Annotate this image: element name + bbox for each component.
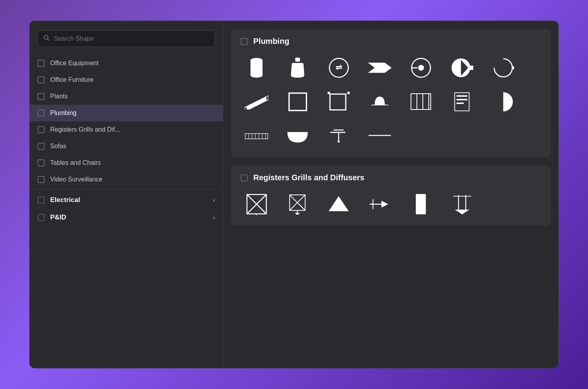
- sidebar-label-pid: P&ID: [50, 213, 66, 221]
- plumbing-row-2: [241, 88, 541, 115]
- app-window: Office Equipment Office Furniture Plants…: [29, 21, 559, 368]
- svg-rect-27: [456, 95, 467, 96]
- sidebar-item-tables-chairs[interactable]: Tables and Chairs: [30, 155, 223, 171]
- sidebar-label-video-surveillance: Video Surveillance: [50, 176, 102, 183]
- plumbing-shape-circle-dot[interactable]: [405, 54, 437, 81]
- sidebar-label-office-furniture: Office Furniture: [50, 76, 94, 83]
- registers-title: Registers Grills and Diffusers: [253, 173, 364, 182]
- plumbing-shape-partial-2[interactable]: [487, 88, 519, 115]
- plumbing-shape-radiator[interactable]: [405, 88, 437, 115]
- svg-text:⇌: ⇌: [335, 63, 342, 72]
- checkbox-registers-grills[interactable]: [38, 126, 45, 133]
- register-shape-x-box[interactable]: [241, 190, 272, 218]
- plumbing-shape-square-detail[interactable]: [323, 88, 354, 115]
- sidebar-divider-1: [30, 189, 223, 190]
- plumbing-shape-angled-rect[interactable]: [241, 88, 272, 115]
- checkbox-office-equipment[interactable]: [38, 60, 45, 67]
- search-input[interactable]: [54, 35, 209, 42]
- sidebar-item-registers-grills[interactable]: Registers Grills and Dif...: [30, 121, 223, 138]
- plumbing-row-1: ⇌: [241, 54, 541, 81]
- checkbox-video-surveillance[interactable]: [38, 176, 45, 183]
- checkbox-plumbing-header[interactable]: [241, 38, 248, 45]
- svg-marker-56: [381, 200, 388, 207]
- sidebar-label-tables-chairs: Tables and Chairs: [50, 159, 101, 166]
- svg-point-41: [337, 140, 339, 142]
- svg-marker-16: [247, 97, 266, 110]
- svg-marker-8: [368, 62, 392, 73]
- registers-header: Registers Grills and Diffusers: [241, 173, 541, 182]
- plumbing-shape-dome[interactable]: [364, 88, 396, 115]
- sidebar-label-plumbing: Plumbing: [50, 110, 77, 117]
- content-area: Plumbing: [223, 21, 558, 368]
- plumbing-title: Plumbing: [253, 37, 289, 46]
- plumbing-shape-pump[interactable]: [446, 54, 478, 81]
- checkbox-plumbing[interactable]: [38, 110, 45, 117]
- plumbing-shape-line[interactable]: [364, 122, 396, 149]
- register-shape-arrow-down-lines[interactable]: [446, 190, 478, 218]
- svg-point-4: [251, 73, 262, 77]
- svg-point-10: [418, 65, 424, 71]
- registers-shapes: [241, 190, 541, 218]
- checkbox-pid[interactable]: [38, 214, 45, 221]
- svg-rect-5: [295, 57, 300, 61]
- plumbing-shape-partial[interactable]: [487, 54, 519, 81]
- sidebar-label-registers-grills: Registers Grills and Dif...: [50, 126, 120, 133]
- plumbing-shape-arrow[interactable]: [364, 54, 396, 81]
- plumbing-shape-square[interactable]: [282, 88, 313, 115]
- chevron-right-icon-electrical: ›: [213, 197, 215, 203]
- svg-rect-22: [411, 94, 431, 110]
- checkbox-office-furniture[interactable]: [38, 76, 45, 83]
- plumbing-shapes: ⇌: [241, 54, 541, 149]
- plumbing-row-3: [241, 122, 541, 149]
- svg-rect-14: [512, 66, 514, 69]
- svg-rect-13: [470, 65, 473, 70]
- sidebar-item-pid[interactable]: P&ID ›: [30, 209, 223, 226]
- search-box[interactable]: [38, 30, 215, 47]
- checkbox-tables-chairs[interactable]: [38, 159, 45, 166]
- sidebar-label-plants: Plants: [50, 93, 68, 100]
- svg-marker-52: [295, 213, 300, 215]
- svg-line-1: [48, 39, 49, 41]
- plumbing-shape-panel[interactable]: [446, 88, 478, 115]
- svg-marker-53: [328, 196, 349, 212]
- sidebar-label-sofas: Sofas: [50, 143, 66, 150]
- sidebar-label-office-equipment: Office Equipment: [50, 60, 98, 67]
- svg-rect-28: [456, 99, 467, 100]
- sidebar-list: Office Equipment Office Furniture Plants…: [30, 53, 223, 368]
- register-shape-rect-tall[interactable]: [405, 190, 437, 218]
- plumbing-card: Plumbing: [231, 29, 550, 157]
- search-icon: [43, 35, 50, 43]
- svg-rect-18: [330, 94, 346, 110]
- sidebar-item-office-furniture[interactable]: Office Furniture: [30, 72, 223, 88]
- sidebar-item-plumbing[interactable]: Plumbing: [30, 105, 223, 121]
- plumbing-shape-faucet[interactable]: [323, 122, 354, 149]
- registers-card: Registers Grills and Diffusers: [231, 165, 550, 226]
- register-shape-trapezoid[interactable]: [323, 190, 354, 218]
- sidebar-item-plants[interactable]: Plants: [30, 88, 223, 105]
- chevron-right-icon-pid: ›: [213, 214, 215, 221]
- registers-row-1: [241, 190, 541, 218]
- svg-marker-61: [455, 210, 469, 214]
- checkbox-electrical[interactable]: [38, 196, 45, 204]
- sidebar: Office Equipment Office Furniture Plants…: [30, 21, 223, 368]
- svg-rect-29: [456, 102, 464, 104]
- plumbing-shape-vent[interactable]: [241, 122, 272, 149]
- sidebar-item-electrical[interactable]: Electrical ›: [30, 191, 223, 209]
- svg-rect-17: [289, 93, 306, 110]
- sidebar-item-sofas[interactable]: Sofas: [30, 138, 223, 155]
- checkbox-sofas[interactable]: [38, 143, 45, 150]
- svg-rect-58: [416, 194, 426, 214]
- checkbox-registers-header[interactable]: [241, 174, 248, 181]
- sidebar-label-electrical: Electrical: [50, 196, 80, 204]
- sidebar-item-office-equipment[interactable]: Office Equipment: [30, 55, 223, 72]
- register-shape-arrow-lines[interactable]: [364, 190, 396, 218]
- sidebar-item-video-surveillance[interactable]: Video Surveillance: [30, 171, 223, 188]
- plumbing-shape-tank[interactable]: [241, 54, 272, 81]
- plumbing-shape-basin[interactable]: [282, 122, 313, 149]
- svg-rect-19: [328, 92, 330, 94]
- plumbing-header: Plumbing: [241, 37, 541, 46]
- checkbox-plants[interactable]: [38, 93, 45, 100]
- plumbing-shape-flow-circle[interactable]: ⇌: [323, 54, 354, 81]
- plumbing-shape-flask[interactable]: [282, 54, 313, 81]
- register-shape-square-x-arrow[interactable]: [282, 190, 313, 218]
